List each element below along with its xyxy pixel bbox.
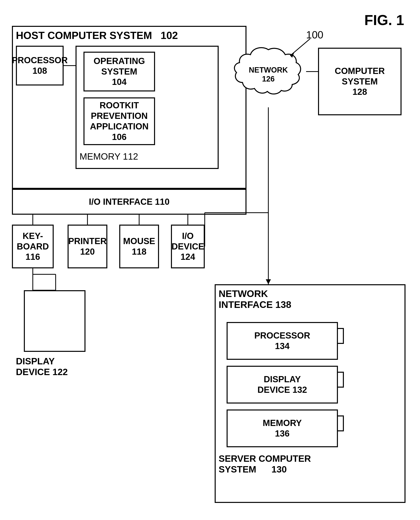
display-device-122-label: DISPLAYDEVICE 122: [16, 356, 68, 377]
ref-100-label: 100: [306, 29, 323, 41]
keyboard-box: KEY-BOARD 116: [12, 225, 54, 268]
display-device-132-tab: [338, 372, 344, 388]
network-126-cloud: NETWORK 126: [231, 44, 306, 107]
printer-box: PRINTER 120: [68, 225, 107, 268]
memory-136-tab: [338, 415, 344, 431]
svg-marker-17: [266, 279, 271, 284]
svg-text:126: 126: [262, 75, 275, 83]
svg-text:NETWORK: NETWORK: [249, 66, 288, 74]
display-device-122-box: [24, 290, 85, 352]
display-device-132-box: DISPLAYDEVICE 132: [227, 366, 338, 404]
mouse-number: 118: [132, 247, 146, 257]
io-interface-label: I/O INTERFACE 110: [89, 196, 170, 207]
processor-134-label: PROCESSOR: [254, 330, 310, 341]
mouse-label: MOUSE: [123, 236, 155, 247]
mouse-box: MOUSE 118: [119, 225, 159, 268]
keyboard-label: KEY-BOARD: [17, 231, 49, 252]
operating-system-box: OPERATINGSYSTEM 104: [83, 52, 155, 91]
rootkit-box: ROOTKITPREVENTIONAPPLICATION 106: [83, 98, 155, 145]
processor-108-label: PROCESSOR: [12, 55, 68, 66]
rootkit-number: 106: [112, 132, 127, 142]
processor-134-box: PROCESSOR 134: [227, 322, 338, 360]
rootkit-label: ROOTKITPREVENTIONAPPLICATION: [90, 100, 149, 132]
printer-label: PRINTER: [68, 236, 106, 247]
figure-label: FIG. 1: [364, 12, 404, 28]
processor-134-number: 134: [275, 341, 289, 351]
memory-136-box: MEMORY 136: [227, 409, 338, 447]
computer-system-128-box: COMPUTERSYSTEM128: [318, 48, 402, 115]
io-device-label: I/ODEVICE: [172, 231, 204, 252]
memory-label: MEMORY 112: [80, 151, 138, 162]
processor-108-box: PROCESSOR 108: [16, 46, 64, 85]
io-device-box: I/ODEVICE 124: [171, 225, 205, 268]
os-number: 104: [112, 77, 127, 87]
io-interface-box: I/O INTERFACE 110: [12, 189, 247, 215]
keyboard-number: 116: [25, 252, 40, 262]
memory-136-label: MEMORY: [263, 418, 302, 428]
processor-134-tab: [338, 328, 344, 344]
computer-system-128-label: COMPUTERSYSTEM128: [335, 66, 385, 97]
display-device-132-label: DISPLAYDEVICE 132: [257, 374, 307, 395]
io-device-number: 124: [180, 252, 195, 262]
host-computer-system-label: HOST COMPUTER SYSTEM 102: [16, 30, 178, 41]
printer-number: 120: [80, 247, 95, 257]
server-computer-label: SERVER COMPUTERSYSTEM 130: [219, 453, 311, 475]
processor-108-number: 108: [32, 66, 47, 76]
network-interface-label: NETWORKINTERFACE 138: [219, 288, 291, 310]
memory-136-number: 136: [275, 428, 289, 439]
os-label: OPERATINGSYSTEM: [94, 56, 145, 77]
